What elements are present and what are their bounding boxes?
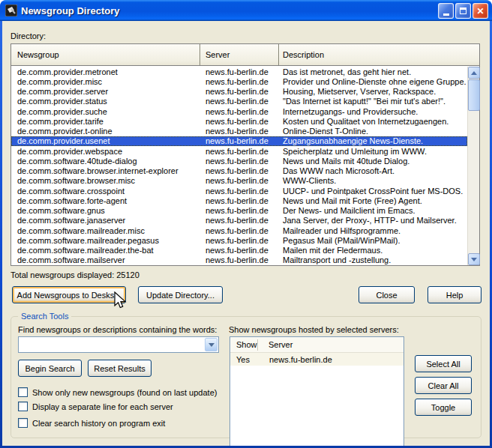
find-words-label: Find newsgroups or descriptions containi… (18, 325, 217, 334)
cell-server: news.fu-berlin.de (200, 117, 279, 126)
server-row[interactable]: Yes news.fu-berlin.de (230, 353, 404, 366)
cell-server: news.fu-berlin.de (200, 136, 279, 145)
column-header-server[interactable]: Server (258, 340, 404, 349)
update-directory-button[interactable]: Update Directory... (138, 286, 223, 303)
table-row[interactable]: de.comm.software.gnus news.fu-berlin.de … (11, 206, 467, 216)
combobox-dropdown-button[interactable] (205, 338, 218, 351)
search-input[interactable] (20, 338, 202, 351)
cell-newsgroup: de.comm.software.browser.misc (11, 176, 200, 185)
table-row[interactable]: de.comm.software.mailreader.the-bat news… (11, 246, 467, 255)
checkbox-clear-history[interactable] (18, 418, 28, 428)
cell-description: Das ist metronet, das geht hier net. (279, 67, 467, 76)
server-list-body: Yes news.fu-berlin.de (230, 353, 404, 366)
help-button[interactable]: Help (428, 286, 482, 303)
checkbox-row-new-newsgroups[interactable]: Show only new newsgroups (found on last … (18, 387, 217, 397)
cell-description: Provider und Online-Dienste ohne eigene … (279, 77, 467, 86)
close-button-titlebar[interactable]: ✕ (472, 3, 488, 19)
cell-newsgroup: de.comm.software.browser.internet-explor… (11, 166, 200, 175)
cell-description: Das WWW nach Microsoft-Art. (279, 166, 467, 175)
cell-newsgroup: de.comm.software.crosspoint (11, 187, 200, 196)
table-row[interactable]: de.comm.provider.t-online news.fu-berlin… (11, 127, 467, 136)
table-row[interactable]: de.comm.software.browser.internet-explor… (11, 166, 467, 176)
cell-server: news.fu-berlin.de (200, 87, 279, 96)
checkbox-row-separate-line[interactable]: Display a separate line for each server (18, 402, 173, 411)
cell-description: WWW-Clients. (279, 176, 467, 185)
cell-newsgroup: de.comm.software.gnus (11, 206, 200, 215)
minimize-button[interactable] (438, 3, 454, 19)
column-header-newsgroup[interactable]: Newsgroup (11, 44, 200, 65)
arrow-up-icon (471, 71, 477, 75)
scroll-down-button[interactable] (468, 253, 480, 265)
table-row[interactable]: de.comm.provider.suche news.fu-berlin.de… (11, 106, 467, 116)
cell-newsgroup: de.comm.software.forte-agent (11, 196, 200, 205)
table-row[interactable]: de.comm.software.browser.misc news.fu-be… (11, 176, 467, 186)
search-combobox[interactable] (18, 336, 219, 353)
cell-server: news.fu-berlin.de (200, 226, 279, 235)
table-row[interactable]: de.comm.provider.webspace news.fu-berlin… (11, 146, 467, 156)
cell-newsgroup: de.comm.provider.usenet (11, 136, 200, 145)
checkbox-label: Clear search history on program exit (32, 419, 165, 428)
table-header: Newsgroup Server Description (11, 44, 479, 66)
cell-newsgroup: de.comm.provider.misc (11, 77, 200, 86)
table-row[interactable]: de.comm.provider.misc news.fu-berlin.de … (11, 76, 467, 86)
table-row[interactable]: de.comm.provider.tarife news.fu-berlin.d… (11, 116, 467, 126)
scrollbar-thumb[interactable] (468, 79, 480, 111)
column-header-description[interactable]: Description (279, 44, 479, 65)
scroll-up-button[interactable] (468, 67, 480, 79)
total-newsgroups-label: Total newsgroups displayed: 25120 (10, 270, 140, 279)
cell-newsgroup: de.comm.software.mailreader.the-bat (11, 246, 200, 255)
cell-newsgroup: de.comm.provider.webspace (11, 147, 200, 156)
add-newsgroups-button[interactable]: Add Newsgroups to Desks... (12, 286, 126, 303)
cell-description: Housing, Mietserver, Vserver, Rackspace. (279, 87, 467, 96)
table-row[interactable]: de.comm.software.crosspoint news.fu-berl… (11, 186, 467, 196)
cell-newsgroup: de.comm.software.mailserver (11, 255, 200, 264)
cell-server: news.fu-berlin.de (200, 187, 279, 196)
table-row[interactable]: de.comm.software.forte-agent news.fu-ber… (11, 196, 467, 205)
maximize-button[interactable] (455, 3, 471, 19)
cell-server: news.fu-berlin.de (200, 77, 279, 86)
close-button[interactable]: Close (358, 286, 415, 303)
table-row[interactable]: de.comm.provider.status news.fu-berlin.d… (11, 97, 467, 106)
cell-description: Mailtransport und -zustellung. (279, 255, 467, 264)
cell-newsgroup: de.comm.provider.status (11, 97, 200, 106)
newsgroup-directory-window: Newsgroup Directory ✕ Directory: Newsgro… (0, 0, 492, 448)
cell-newsgroup: de.comm.provider.server (11, 87, 200, 96)
cell-server: news.fu-berlin.de (258, 355, 404, 364)
table-body: de.comm.provider.metronet news.fu-berlin… (11, 67, 467, 265)
cell-description: Kosten und Qualitaet von Internetzugaeng… (279, 117, 467, 126)
cell-newsgroup: de.comm.provider.metronet (11, 67, 200, 76)
column-header-server[interactable]: Server (200, 44, 279, 65)
table-row[interactable]: de.comm.provider.server news.fu-berlin.d… (11, 87, 467, 97)
cell-server: news.fu-berlin.de (200, 147, 279, 156)
checkbox-new-newsgroups[interactable] (18, 387, 28, 397)
table-row[interactable]: de.comm.provider.usenet news.fu-berlin.d… (11, 136, 467, 146)
table-row[interactable]: de.comm.software.40tude-dialog news.fu-b… (11, 156, 467, 166)
reset-results-button[interactable]: Reset Results (88, 360, 152, 377)
cell-server: news.fu-berlin.de (200, 67, 279, 76)
begin-search-button[interactable]: Begin Search (18, 360, 82, 377)
table-row[interactable]: de.comm.software.mailreader.misc news.fu… (11, 225, 467, 235)
table-row[interactable]: de.comm.software.janaserver news.fu-berl… (11, 216, 467, 225)
column-header-show[interactable]: Show (230, 339, 258, 351)
toggle-button[interactable]: Toggle (415, 399, 472, 416)
directory-label: Directory: (10, 31, 46, 40)
vertical-scrollbar[interactable] (467, 67, 479, 265)
cell-description: Jana Server, der Proxy-, HTTP- und Mails… (279, 216, 467, 225)
cell-description: Speicherplatz und Umleitung im WWW. (279, 147, 467, 156)
clear-all-button[interactable]: Clear All (415, 377, 472, 394)
table-row[interactable]: de.comm.software.mailserver news.fu-berl… (11, 255, 467, 265)
checkbox-row-clear-history[interactable]: Clear search history on program exit (18, 418, 165, 428)
cell-description: Der News- und Mailclient im Emacs. (279, 206, 467, 215)
select-all-button[interactable]: Select All (415, 355, 472, 372)
table-row[interactable]: de.comm.provider.metronet news.fu-berlin… (11, 67, 467, 76)
cell-newsgroup: de.comm.software.mailreader.misc (11, 226, 200, 235)
maximize-icon (460, 7, 466, 14)
cell-server: news.fu-berlin.de (200, 176, 279, 185)
cell-newsgroup: de.comm.software.janaserver (11, 216, 200, 225)
cell-server: news.fu-berlin.de (200, 127, 279, 136)
titlebar[interactable]: Newsgroup Directory ✕ (0, 0, 492, 21)
checkbox-separate-line[interactable] (18, 402, 28, 411)
cell-server: news.fu-berlin.de (200, 107, 279, 116)
cell-server: news.fu-berlin.de (200, 157, 279, 166)
table-row[interactable]: de.comm.software.mailreader.pegasus news… (11, 235, 467, 245)
